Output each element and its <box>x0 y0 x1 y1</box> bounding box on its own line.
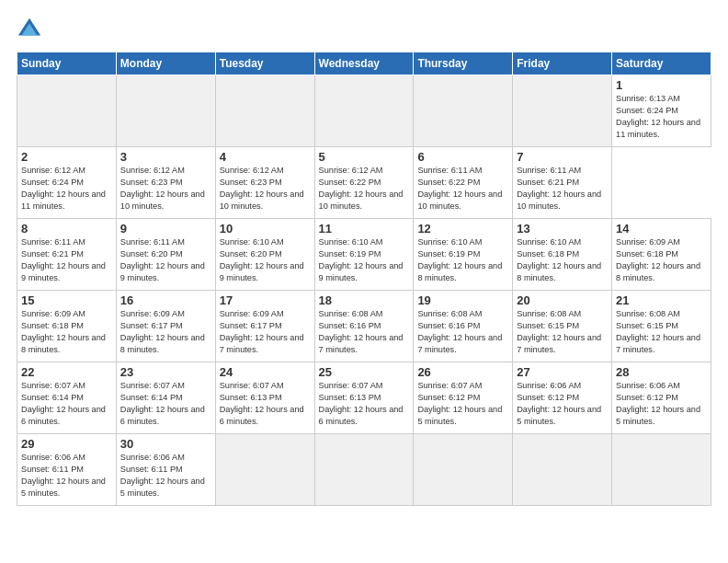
calendar-cell-empty <box>314 75 414 147</box>
calendar-cell-empty <box>513 75 612 147</box>
calendar-cell-16: 16Sunrise: 6:09 AM Sunset: 6:17 PM Dayli… <box>116 291 215 362</box>
calendar-week-5: 22Sunrise: 6:07 AM Sunset: 6:14 PM Dayli… <box>17 362 711 434</box>
day-info: Sunrise: 6:10 AM Sunset: 6:19 PM Dayligh… <box>319 236 410 284</box>
day-number: 13 <box>517 222 608 236</box>
day-info: Sunrise: 6:09 AM Sunset: 6:17 PM Dayligh… <box>220 308 311 356</box>
day-number: 19 <box>417 293 508 307</box>
day-number: 2 <box>21 150 112 164</box>
day-info: Sunrise: 6:07 AM Sunset: 6:13 PM Dayligh… <box>319 380 410 428</box>
day-info: Sunrise: 6:11 AM Sunset: 6:22 PM Dayligh… <box>417 165 508 213</box>
day-number: 16 <box>120 293 211 307</box>
day-info: Sunrise: 6:08 AM Sunset: 6:16 PM Dayligh… <box>417 308 508 356</box>
day-number: 11 <box>319 222 410 236</box>
logo-icon <box>17 17 42 42</box>
calendar-cell-empty <box>314 434 414 506</box>
calendar-cell-26: 26Sunrise: 6:07 AM Sunset: 6:12 PM Dayli… <box>414 362 513 434</box>
calendar-cell-15: 15Sunrise: 6:09 AM Sunset: 6:18 PM Dayli… <box>17 291 117 362</box>
day-info: Sunrise: 6:12 AM Sunset: 6:23 PM Dayligh… <box>220 165 311 213</box>
day-info: Sunrise: 6:09 AM Sunset: 6:18 PM Dayligh… <box>21 308 112 356</box>
calendar-cell-13: 13Sunrise: 6:10 AM Sunset: 6:18 PM Dayli… <box>513 219 612 291</box>
logo <box>17 17 46 42</box>
calendar-week-3: 8Sunrise: 6:11 AM Sunset: 6:21 PM Daylig… <box>17 219 711 291</box>
day-number: 29 <box>21 437 112 451</box>
calendar-cell-empty <box>215 75 314 147</box>
day-info: Sunrise: 6:12 AM Sunset: 6:23 PM Dayligh… <box>120 165 211 213</box>
calendar-cell-27: 27Sunrise: 6:06 AM Sunset: 6:12 PM Dayli… <box>513 362 612 434</box>
calendar-week-1: 1Sunrise: 6:13 AM Sunset: 6:24 PM Daylig… <box>17 75 711 147</box>
day-number: 22 <box>21 365 112 379</box>
day-number: 21 <box>616 293 707 307</box>
day-number: 8 <box>21 222 112 236</box>
day-info: Sunrise: 6:12 AM Sunset: 6:24 PM Dayligh… <box>21 165 112 213</box>
day-info: Sunrise: 6:07 AM Sunset: 6:14 PM Dayligh… <box>21 380 112 428</box>
day-number: 10 <box>220 222 311 236</box>
day-number: 28 <box>616 365 707 379</box>
day-number: 1 <box>616 78 707 92</box>
calendar-cell-18: 18Sunrise: 6:08 AM Sunset: 6:16 PM Dayli… <box>314 291 414 362</box>
calendar-cell-7: 7Sunrise: 6:11 AM Sunset: 6:21 PM Daylig… <box>513 147 612 219</box>
day-info: Sunrise: 6:06 AM Sunset: 6:11 PM Dayligh… <box>120 452 211 500</box>
calendar-cell-11: 11Sunrise: 6:10 AM Sunset: 6:19 PM Dayli… <box>314 219 414 291</box>
day-number: 6 <box>417 150 508 164</box>
calendar-cell-29: 29Sunrise: 6:06 AM Sunset: 6:11 PM Dayli… <box>17 434 117 506</box>
calendar-week-2: 2Sunrise: 6:12 AM Sunset: 6:24 PM Daylig… <box>17 147 711 219</box>
calendar-cell-12: 12Sunrise: 6:10 AM Sunset: 6:19 PM Dayli… <box>414 219 513 291</box>
day-info: Sunrise: 6:07 AM Sunset: 6:12 PM Dayligh… <box>417 380 508 428</box>
calendar-cell-empty <box>513 434 612 506</box>
day-number: 26 <box>417 365 508 379</box>
day-number: 15 <box>21 293 112 307</box>
day-info: Sunrise: 6:10 AM Sunset: 6:19 PM Dayligh… <box>417 236 508 284</box>
day-number: 17 <box>220 293 311 307</box>
weekday-header-wednesday: Wednesday <box>314 52 414 75</box>
calendar-cell-empty <box>612 434 711 506</box>
calendar-week-6: 29Sunrise: 6:06 AM Sunset: 6:11 PM Dayli… <box>17 434 711 506</box>
day-info: Sunrise: 6:08 AM Sunset: 6:15 PM Dayligh… <box>517 308 608 356</box>
calendar-cell-23: 23Sunrise: 6:07 AM Sunset: 6:14 PM Dayli… <box>116 362 215 434</box>
calendar-cell-30: 30Sunrise: 6:06 AM Sunset: 6:11 PM Dayli… <box>116 434 215 506</box>
calendar-cell-empty <box>215 434 314 506</box>
day-number: 20 <box>517 293 608 307</box>
day-info: Sunrise: 6:09 AM Sunset: 6:17 PM Dayligh… <box>120 308 211 356</box>
calendar-cell-17: 17Sunrise: 6:09 AM Sunset: 6:17 PM Dayli… <box>215 291 314 362</box>
calendar-cell-9: 9Sunrise: 6:11 AM Sunset: 6:20 PM Daylig… <box>116 219 215 291</box>
day-number: 3 <box>120 150 211 164</box>
calendar-cell-empty <box>17 75 117 147</box>
calendar-table: SundayMondayTuesdayWednesdayThursdayFrid… <box>17 52 711 506</box>
calendar-cell-8: 8Sunrise: 6:11 AM Sunset: 6:21 PM Daylig… <box>17 219 117 291</box>
day-info: Sunrise: 6:08 AM Sunset: 6:16 PM Dayligh… <box>319 308 410 356</box>
calendar-cell-empty <box>116 75 215 147</box>
day-number: 7 <box>517 150 608 164</box>
day-number: 25 <box>319 365 410 379</box>
calendar-cell-14: 14Sunrise: 6:09 AM Sunset: 6:18 PM Dayli… <box>612 219 711 291</box>
day-info: Sunrise: 6:06 AM Sunset: 6:12 PM Dayligh… <box>517 380 608 428</box>
header <box>17 17 711 42</box>
day-info: Sunrise: 6:12 AM Sunset: 6:22 PM Dayligh… <box>319 165 410 213</box>
weekday-header-thursday: Thursday <box>414 52 513 75</box>
day-info: Sunrise: 6:13 AM Sunset: 6:24 PM Dayligh… <box>616 93 707 141</box>
weekday-header-tuesday: Tuesday <box>215 52 314 75</box>
calendar-cell-empty <box>414 434 513 506</box>
day-number: 14 <box>616 222 707 236</box>
calendar-cell-22: 22Sunrise: 6:07 AM Sunset: 6:14 PM Dayli… <box>17 362 117 434</box>
calendar-cell-28: 28Sunrise: 6:06 AM Sunset: 6:12 PM Dayli… <box>612 362 711 434</box>
weekday-header-friday: Friday <box>513 52 612 75</box>
weekday-header-row: SundayMondayTuesdayWednesdayThursdayFrid… <box>17 52 711 75</box>
day-number: 23 <box>120 365 211 379</box>
day-info: Sunrise: 6:10 AM Sunset: 6:18 PM Dayligh… <box>517 236 608 284</box>
calendar-cell-10: 10Sunrise: 6:10 AM Sunset: 6:20 PM Dayli… <box>215 219 314 291</box>
day-number: 30 <box>120 437 211 451</box>
day-info: Sunrise: 6:08 AM Sunset: 6:15 PM Dayligh… <box>616 308 707 356</box>
day-number: 27 <box>517 365 608 379</box>
weekday-header-sunday: Sunday <box>17 52 117 75</box>
day-number: 12 <box>417 222 508 236</box>
calendar-cell-6: 6Sunrise: 6:11 AM Sunset: 6:22 PM Daylig… <box>414 147 513 219</box>
day-info: Sunrise: 6:09 AM Sunset: 6:18 PM Dayligh… <box>616 236 707 284</box>
calendar-cell-2: 2Sunrise: 6:12 AM Sunset: 6:24 PM Daylig… <box>17 147 117 219</box>
weekday-header-saturday: Saturday <box>612 52 711 75</box>
calendar-cell-1: 1Sunrise: 6:13 AM Sunset: 6:24 PM Daylig… <box>612 75 711 147</box>
calendar-cell-21: 21Sunrise: 6:08 AM Sunset: 6:15 PM Dayli… <box>612 291 711 362</box>
weekday-header-monday: Monday <box>116 52 215 75</box>
calendar-cell-5: 5Sunrise: 6:12 AM Sunset: 6:22 PM Daylig… <box>314 147 414 219</box>
calendar-week-4: 15Sunrise: 6:09 AM Sunset: 6:18 PM Dayli… <box>17 291 711 362</box>
calendar-cell-3: 3Sunrise: 6:12 AM Sunset: 6:23 PM Daylig… <box>116 147 215 219</box>
